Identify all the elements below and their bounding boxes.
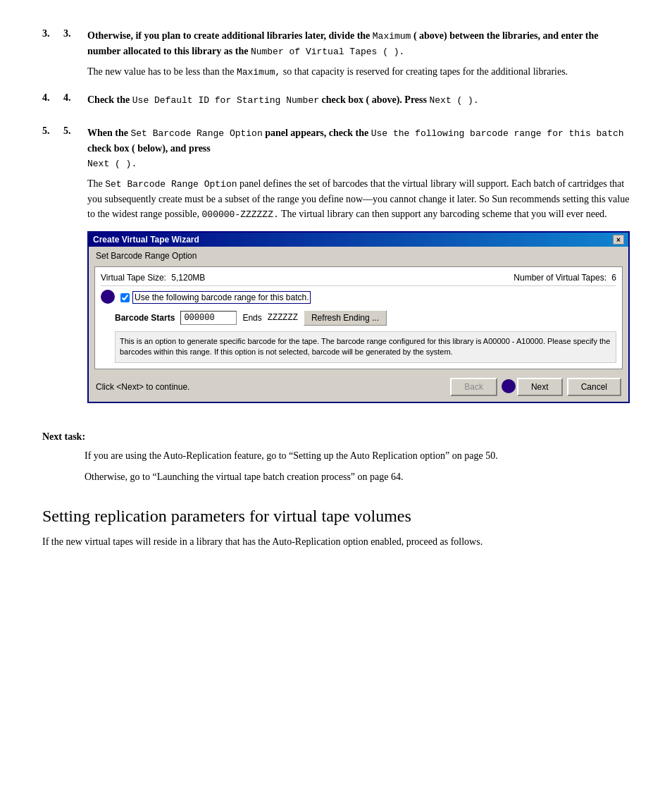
step-5-sub: The Set Barcode Range Option panel defin… [87,176,630,221]
checkbox-row: Use the following barcode range for this… [120,291,311,304]
tape-size-info: Virtual Tape Size: 5,120MB [101,273,205,283]
step-5-sub-mono2: 000000-ZZZZZZ. [202,209,279,220]
step-4-mono1: Use Default ID for Starting Number [132,95,319,106]
step-3-content: Otherwise, if you plan to create additio… [87,28,630,80]
annotation-dot-checkbox [101,290,115,304]
next-task-section: Next task: If you are using the Auto-Rep… [42,431,630,486]
step-4-mono2: Next ( ). [429,95,478,106]
step-5-bold2: panel appears, check the [265,128,371,138]
step-5-mono2: Use the following barcode range for this… [371,128,624,139]
checkbox-label: Use the following barcode range for this… [132,291,311,304]
step-5-text: When the Set Barcode Range Option panel … [87,125,630,171]
next-task-para2: Otherwise, go to “Launching the virtual … [85,469,630,485]
step-3-sub-mono: Maximum, [237,67,280,78]
wizard-footer: Click <Next> to continue. Back Next Canc… [89,372,628,402]
step-4-content: Check the Use Default ID for Starting Nu… [87,92,630,113]
barcode-range-checkbox[interactable] [120,293,130,302]
step-5-mono3: Next ( ). [87,159,137,169]
section-heading: Setting replication parameters for virtu… [42,507,630,526]
step-5-mono1: Set Barcode Range Option [130,128,262,139]
section-intro: If the new virtual tapes will reside in … [42,534,630,550]
next-task-para1: If you are using the Auto-Replication fe… [85,448,630,464]
next-button-wrapper: Next [502,378,563,396]
step-3-mono1: Maximum [373,31,411,42]
ends-value: ZZZZZZ [268,313,298,323]
barcode-starts-input[interactable] [180,311,237,325]
step-3-text: Otherwise, if you plan to create additio… [87,28,630,58]
step-5-bold1: When the [87,128,130,138]
next-button[interactable]: Next [517,378,563,396]
step-5: 5. When the Set Barcode Range Option pan… [42,125,630,414]
step-3-mono2: Number of Virtual Tapes ( ). [251,47,404,57]
wizard-buttons: Back Next Cancel [450,378,621,396]
step-5-bold3: check box ( below), and press [87,143,211,154]
wizard-close-button[interactable]: × [613,235,624,245]
wizard-titlebar: Create Virtual Tape Wizard × [89,233,628,247]
wizard-dialog: Create Virtual Tape Wizard × Set Barcode… [87,231,630,403]
num-tapes-label: Number of Virtual Tapes: [514,273,606,283]
step-4-number: 4. [63,92,80,113]
step-4-bold1: Check the [87,94,132,105]
wizard-footer-text: Click <Next> to continue. [96,382,189,392]
annotation-dot-next [502,379,516,393]
num-tapes-info: Number of Virtual Tapes: 6 [514,273,616,283]
step-3-number: 3. [63,28,80,80]
step-5-sub-mono: Set Barcode Range Option [105,179,237,190]
page-content: 3. Otherwise, if you plan to create addi… [42,28,630,550]
refresh-ending-button[interactable]: Refresh Ending ... [304,310,387,326]
checkbox-annotation-row: Use the following barcode range for this… [101,290,616,304]
step-3-sub: The new value has to be less than the Ma… [87,64,630,80]
barcode-starts-label: Barcode Starts [115,313,175,323]
wizard-subtitle: Set Barcode Range Option [89,247,628,264]
step-4-text: Check the Use Default ID for Starting Nu… [87,92,630,108]
tape-size-label: Virtual Tape Size: [101,273,166,283]
step-3-bold1: Otherwise, if you plan to create additio… [87,30,373,41]
barcode-row: Barcode Starts Ends ZZZZZZ Refresh Endin… [115,310,616,326]
wizard-title: Create Virtual Tape Wizard [93,235,199,245]
cancel-button[interactable]: Cancel [567,378,621,396]
step-5-number: 5. [63,125,80,414]
back-button[interactable]: Back [450,378,497,396]
wizard-note: This is an option to generate specific b… [115,331,616,363]
steps-list: 3. Otherwise, if you plan to create addi… [42,28,630,414]
next-task-body: If you are using the Auto-Replication fe… [85,448,630,486]
tape-size-value: 5,120MB [171,273,205,283]
step-5-content: When the Set Barcode Range Option panel … [87,125,630,414]
wizard-body: Virtual Tape Size: 5,120MB Number of Vir… [94,266,623,369]
step-4: 4. Check the Use Default ID for Starting… [42,92,630,113]
wizard-info-row: Virtual Tape Size: 5,120MB Number of Vir… [101,273,616,286]
step-3: 3. Otherwise, if you plan to create addi… [42,28,630,80]
step-4-bold2: check box ( above). Press [322,94,427,105]
next-task-title: Next task: [42,431,630,443]
num-tapes-value: 6 [611,273,616,283]
ends-label: Ends [242,313,261,323]
